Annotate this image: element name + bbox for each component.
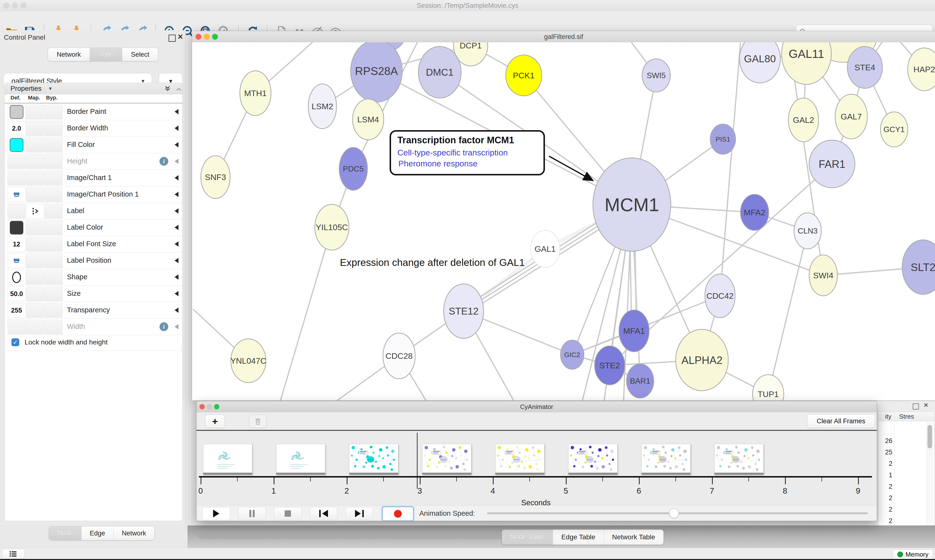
info-icon[interactable]: i	[159, 322, 168, 331]
record-button[interactable]	[382, 506, 414, 521]
byp-cell[interactable]	[45, 138, 63, 152]
node-PDC5[interactable]: PDC5	[339, 148, 367, 190]
table-band-scrollbar[interactable]	[199, 532, 510, 539]
annotation-box[interactable]: Transcription factor MCM1 Cell-type-spec…	[390, 130, 545, 175]
property-row-label[interactable]: Label	[5, 203, 182, 219]
byp-cell[interactable]	[45, 220, 63, 235]
node-MTH1[interactable]: MTH1	[240, 71, 271, 115]
def-cell[interactable]	[8, 204, 26, 218]
results-col-1[interactable]: ity	[885, 413, 892, 420]
annotation-link-1[interactable]: Cell-type-specific transcription	[397, 148, 543, 157]
def-cell[interactable]	[8, 320, 26, 334]
def-cell[interactable]	[8, 187, 26, 202]
expand-arrow-icon[interactable]	[174, 225, 179, 230]
byp-cell[interactable]	[45, 105, 63, 119]
property-row-fill-color[interactable]: Fill Color	[5, 137, 182, 153]
expand-arrow-icon[interactable]	[174, 208, 179, 214]
map-cell[interactable]	[26, 286, 44, 301]
byp-cell[interactable]	[45, 320, 63, 334]
annotation-link-2[interactable]: Pheromone response	[398, 159, 543, 168]
def-cell[interactable]	[8, 270, 26, 285]
node-GAL2[interactable]: GAL2	[788, 98, 819, 142]
table-tab-network-table[interactable]: Network Table	[604, 529, 663, 545]
def-cell[interactable]	[8, 105, 26, 119]
tab-network[interactable]: Network	[48, 48, 90, 61]
node-GIC2[interactable]: GIC2	[560, 340, 584, 369]
node-YIL105C[interactable]: YIL105C	[315, 205, 349, 250]
info-icon[interactable]: i	[159, 157, 168, 166]
table-tab-node-table[interactable]: Node Table	[502, 529, 553, 545]
stop-button[interactable]	[274, 507, 302, 520]
property-row-label-position[interactable]: Label Position	[5, 252, 182, 269]
frame-thumbnail-0[interactable]	[203, 444, 252, 475]
expand-arrow-icon[interactable]	[174, 308, 179, 313]
property-row-shape[interactable]: Shape	[5, 269, 182, 286]
timeline-playhead[interactable]	[417, 433, 418, 489]
timeline[interactable]: MCM1MCM1MCM1MCM1MCM1MCM1 0123456789 Seco…	[196, 431, 877, 505]
map-cell[interactable]	[26, 105, 44, 119]
collapse-all-icon[interactable]	[174, 85, 183, 94]
map-cell[interactable]	[26, 303, 44, 318]
node-FAR1[interactable]: FAR1	[809, 140, 855, 188]
byp-cell[interactable]	[45, 270, 63, 285]
map-cell[interactable]	[26, 171, 44, 185]
property-row-image-chart-1[interactable]: Image/Chart 1	[5, 169, 182, 186]
node-SLT2[interactable]: SLT2	[902, 240, 935, 294]
skip-to-start-button[interactable]	[310, 507, 338, 520]
node-MCM1[interactable]: MCM1	[593, 158, 671, 251]
property-row-size[interactable]: 50.0Size	[5, 285, 182, 302]
def-cell[interactable]	[8, 138, 26, 152]
node-STE12[interactable]: STE12	[444, 284, 484, 338]
skip-to-end-button[interactable]	[346, 507, 373, 520]
node-YNL047C[interactable]: YNL047C	[230, 339, 266, 383]
expand-arrow-icon[interactable]	[174, 175, 179, 180]
node-ALPHA2[interactable]: ALPHA2	[676, 329, 728, 391]
def-cell[interactable]: 50.0	[8, 286, 26, 301]
def-cell[interactable]	[8, 154, 26, 169]
property-row-border-paint[interactable]: Border Paint	[5, 103, 182, 120]
add-frame-button[interactable]: +	[205, 415, 225, 428]
node-GAL1[interactable]: GAL1	[531, 230, 560, 267]
frame-thumbnail-5[interactable]: MCM1	[568, 444, 617, 475]
byp-cell[interactable]	[45, 187, 63, 202]
map-cell[interactable]	[26, 121, 44, 136]
node-PCK1[interactable]: PCK1	[506, 55, 542, 96]
node-BAR1[interactable]: BAR1	[626, 364, 654, 398]
map-cell[interactable]	[26, 154, 44, 169]
frame-thumbnail-2[interactable]: MCM1	[349, 444, 398, 475]
map-cell[interactable]	[26, 220, 44, 235]
byp-cell[interactable]	[45, 121, 63, 136]
node-LSM2[interactable]: LSM2	[308, 84, 336, 129]
node-RPS28A[interactable]: RPS28A	[350, 42, 402, 102]
node-GAL7[interactable]: GAL7	[835, 94, 867, 139]
def-cell[interactable]	[8, 171, 26, 185]
node-MFA2[interactable]: MFA2	[741, 194, 769, 230]
node-MFA1[interactable]: MFA1	[619, 310, 649, 352]
results-scrollbar[interactable]	[926, 422, 933, 525]
clear-all-frames-button[interactable]: Clear All Frames	[807, 414, 875, 428]
expand-arrow-icon[interactable]	[174, 274, 179, 280]
node-SNF3[interactable]: SNF3	[201, 156, 230, 198]
memory-button[interactable]: Memory	[893, 549, 933, 559]
property-row-width[interactable]: Widthi	[5, 318, 182, 335]
tab-style[interactable]: Style	[90, 48, 122, 61]
frame-thumbnail-7[interactable]: MCM1	[714, 444, 764, 475]
def-cell[interactable]	[8, 220, 26, 235]
expand-arrow-icon[interactable]	[174, 109, 179, 114]
node-CDC42[interactable]: CDC42	[705, 274, 735, 318]
def-cell[interactable]: 2.0	[8, 121, 26, 136]
property-row-label-color[interactable]: Label Color	[5, 219, 182, 236]
expand-arrow-icon[interactable]	[174, 192, 179, 197]
node-SWI5[interactable]: SWI5	[642, 59, 670, 92]
node-GAL80[interactable]: GAL80	[739, 42, 781, 83]
byp-cell[interactable]	[45, 254, 63, 268]
properties-header[interactable]: Properties	[11, 85, 42, 92]
panel-tab-network[interactable]: Network	[114, 526, 154, 540]
frame-thumbnail-1[interactable]	[276, 444, 325, 475]
property-row-image-chart-position-1[interactable]: Image/Chart Position 1	[5, 186, 182, 203]
byp-cell[interactable]	[45, 286, 63, 301]
expand-arrow-icon[interactable]	[174, 324, 179, 329]
panel-tab-node[interactable]: Node	[49, 526, 82, 540]
table-tab-edge-table[interactable]: Edge Table	[553, 529, 604, 545]
play-button[interactable]	[202, 507, 230, 520]
